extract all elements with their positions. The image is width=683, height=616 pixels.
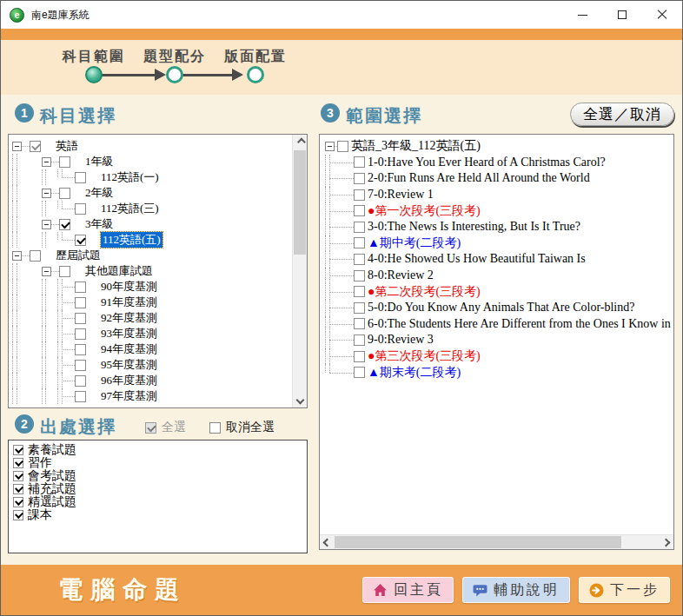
tree-item[interactable]: 1年級 [9,154,292,169]
source-item-checkbox[interactable] [13,471,23,481]
tree-item[interactable]: 97年度基測 [9,388,292,404]
tree-item-label[interactable]: 2年級 [85,185,114,201]
next-button[interactable]: 下一步 [579,577,670,603]
tree-item-label[interactable]: 97年度基測 [101,388,157,404]
deselect-all-option[interactable]: 取消全選 [209,420,275,435]
select-all-option[interactable]: 全選 [145,420,186,435]
tree-checkbox[interactable] [354,334,365,346]
source-item-checkbox[interactable] [13,510,23,520]
scroll-down-icon[interactable] [296,396,305,405]
tree-checkbox[interactable] [75,328,86,340]
range-tree-hscrollbar[interactable] [320,534,673,549]
tree-item-label[interactable]: 90年度基測 [101,279,157,295]
tree-item[interactable]: 6-0:The Students Here Are Different from… [320,316,673,333]
tree-item[interactable]: ●第一次段考(三段考) [320,202,673,219]
tree-checkbox[interactable] [354,302,365,314]
tree-item[interactable]: 1-0:Have You Ever Heard of A Christmas C… [320,155,673,171]
tree-item-label[interactable]: 91年度基測 [101,295,157,310]
source-item-checkbox[interactable] [13,484,23,494]
tree-item[interactable]: ●第三次段考(三段考) [320,348,673,365]
step-circle-pending-icon[interactable] [166,66,183,83]
help-button[interactable]: 輔助說明 [462,577,570,603]
tree-checkbox[interactable] [354,222,365,233]
tree-item-label[interactable]: 92年度基測 [101,310,157,326]
tree-checkbox[interactable] [354,189,365,201]
tree-item[interactable]: 5-0:Do You Know Any Animals That Are Col… [320,300,673,316]
source-list-item[interactable]: 素養試題 [13,443,307,456]
tree-checkbox[interactable] [59,219,70,230]
tree-item[interactable]: 4-0:He Showed Us How Beautiful Taiwan Is [320,251,673,268]
tree-item[interactable]: 92年度基測 [9,310,292,326]
tree-checkbox[interactable] [354,156,365,168]
select-all-checkbox[interactable] [145,422,156,434]
tree-item[interactable]: 7-0:Review 1 [320,187,673,203]
step-circle-pending-icon[interactable] [247,66,264,83]
tree-item-label[interactable]: 英語 [56,138,78,154]
tree-item-label[interactable]: 3-0:The News Is Interesting, But Is It T… [368,220,580,234]
tree-item[interactable]: 2年級 [9,185,292,201]
tree-checkbox[interactable] [59,188,70,199]
tree-checkbox[interactable] [354,270,365,282]
tree-item-label[interactable]: ▲期中考(二段考) [368,235,461,251]
tree-item[interactable]: 8-0:Review 2 [320,268,673,284]
tree-item-label[interactable]: 2-0:Fun Runs Are Held All Around the Wor… [368,171,590,185]
tree-item-label[interactable]: 96年度基測 [101,373,157,388]
tree-item[interactable]: 94年度基測 [9,341,292,357]
tree-item[interactable]: 歷屆試題 [9,248,292,263]
tree-checkbox[interactable] [354,237,365,248]
tree-item[interactable]: 3-0:The News Is Interesting, But Is It T… [320,219,673,235]
tree-checkbox[interactable] [75,313,86,324]
source-list-item[interactable]: 課本 [13,508,307,521]
tree-checkbox[interactable] [354,254,365,265]
tree-expander-minus-icon[interactable] [42,157,51,167]
tree-item-label[interactable]: 8-0:Review 2 [368,268,434,282]
tree-checkbox[interactable] [30,141,41,152]
tree-item-label[interactable]: 93年度基測 [101,326,157,341]
tree-item[interactable]: 95年度基測 [9,357,292,373]
subject-tree-scrollbar[interactable] [292,135,307,407]
source-item-checkbox[interactable] [13,445,23,455]
tree-item[interactable]: 2-0:Fun Runs Are Held All Around the Wor… [320,170,673,187]
tree-checkbox[interactable] [354,173,365,184]
tree-item-label[interactable]: 9-0:Review 3 [368,333,434,347]
tree-checkbox[interactable] [354,367,365,378]
step-circle-active-icon[interactable] [85,66,103,83]
close-button[interactable] [642,1,682,29]
scroll-left-icon[interactable] [323,539,332,547]
tree-item[interactable]: 3年級 [9,216,292,232]
tree-item-label[interactable]: 112英語(五) [101,232,162,248]
tree-expander-minus-icon[interactable] [12,251,22,261]
tree-checkbox[interactable] [75,375,86,387]
tree-checkbox[interactable] [75,235,86,246]
tree-item-label[interactable]: 英語_3年級_112英語(五) [351,138,481,154]
tree-item-label[interactable]: 112英語(三) [101,201,159,216]
tree-checkbox[interactable] [354,351,365,362]
scroll-right-icon[interactable] [662,539,671,547]
tree-item-label[interactable]: 4-0:He Showed Us How Beautiful Taiwan Is [368,252,586,266]
deselect-all-checkbox[interactable] [209,422,221,434]
tree-item-label[interactable]: 5-0:Do You Know Any Animals That Are Col… [368,301,634,315]
tree-checkbox[interactable] [354,318,365,329]
tree-expander-minus-icon[interactable] [42,189,51,198]
tree-checkbox[interactable] [75,172,86,183]
tree-item-label[interactable]: 1年級 [85,154,114,169]
tree-item[interactable]: ▲期末考(二段考) [320,364,673,381]
source-item-checkbox[interactable] [13,458,23,468]
source-item-checkbox[interactable] [13,497,23,507]
minimize-button[interactable] [562,1,602,29]
scrollbar-thumb[interactable] [335,536,621,548]
tree-item-label[interactable]: 1-0:Have You Ever Heard of A Christmas C… [368,156,606,169]
scroll-up-icon[interactable] [297,138,306,147]
tree-item-label[interactable]: 歷屆試題 [56,248,101,263]
source-list-item[interactable]: 精選試題 [13,495,307,508]
tree-item-label[interactable]: 112英語(一) [101,169,159,185]
maximize-button[interactable] [602,1,642,29]
home-button[interactable]: 回主頁 [362,577,454,603]
tree-item[interactable]: 93年度基測 [9,326,292,341]
tree-checkbox[interactable] [75,203,86,215]
tree-item-label[interactable]: 其他題庫試題 [85,263,153,279]
tree-checkbox[interactable] [337,141,348,152]
tree-checkbox[interactable] [75,344,86,355]
tree-expander-minus-icon[interactable] [42,267,51,276]
tree-item[interactable]: 英語 [9,138,292,154]
